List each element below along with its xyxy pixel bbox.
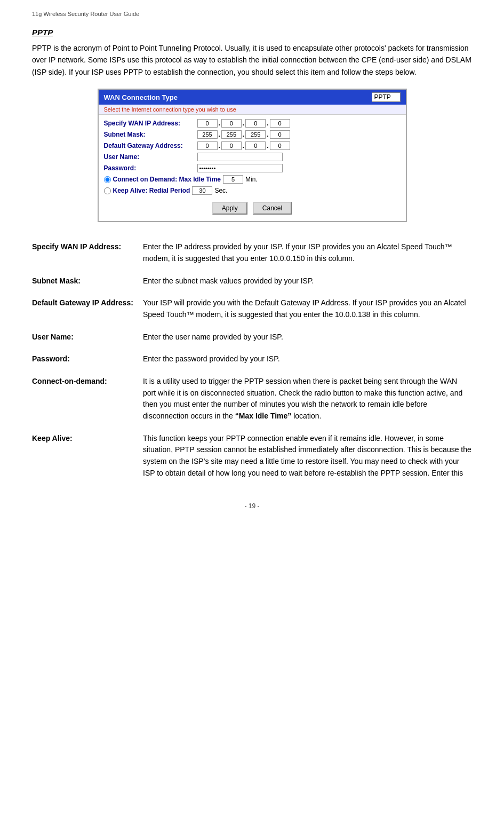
page-footer: - 19 -	[32, 502, 472, 510]
dot7: .	[219, 142, 220, 149]
desc-definition: This function keeps your PPTP connection…	[139, 430, 472, 487]
page-header: 11g Wireless Security Router User Guide	[32, 11, 472, 17]
config-box-wrapper: WAN Connection Type PPTP Select the Inte…	[32, 89, 472, 222]
keep-alive-radio[interactable]	[104, 187, 111, 194]
desc-row: Keep Alive:This function keeps your PPTP…	[32, 430, 472, 487]
config-hint: Select the Internet connection type you …	[99, 105, 406, 115]
dot8: .	[243, 142, 244, 149]
desc-row: Default Gateway IP Address:Your ISP will…	[32, 294, 472, 328]
wan-config-box: WAN Connection Type PPTP Select the Inte…	[98, 89, 407, 222]
connection-type-select[interactable]: PPTP	[372, 92, 401, 102]
wan-ip-row: Specify WAN IP Address: . . .	[104, 119, 401, 128]
desc-term: Connect-on-demand:	[32, 373, 139, 430]
keep-alive-label: Keep Alive: Redial Period	[113, 187, 190, 194]
wan-connection-type-label: WAN Connection Type	[104, 93, 178, 101]
desc-definition: It is a utility used to trigger the PPTP…	[139, 373, 472, 430]
connection-type-select-wrapper[interactable]: PPTP	[372, 92, 401, 102]
subnet-label: Subnet Mask:	[104, 131, 197, 138]
desc-term: Password:	[32, 350, 139, 373]
section-title: PPTP	[32, 28, 472, 37]
desc-row: Subnet Mask:Enter the subnet mask values…	[32, 272, 472, 295]
intro-paragraph: PPTP is the acronym of Point to Point Tu…	[32, 42, 472, 78]
connect-on-demand-row: Connect on Demand: Max Idle Time Min.	[104, 175, 401, 184]
gateway-octet4[interactable]	[270, 141, 290, 150]
dot1: .	[219, 120, 220, 127]
subnet-mask-row: Subnet Mask: . . .	[104, 130, 401, 139]
sec-unit: Sec.	[214, 187, 227, 194]
connect-on-demand-radio[interactable]	[104, 176, 111, 183]
dot5: .	[243, 131, 244, 138]
descriptions-table: Specify WAN IP Address:Enter the IP addr…	[32, 238, 472, 486]
wan-ip-label: Specify WAN IP Address:	[104, 120, 197, 127]
subnet-octet3[interactable]	[245, 130, 266, 139]
subnet-octet1[interactable]	[197, 130, 218, 139]
gateway-fields: . . .	[197, 141, 290, 150]
cancel-button[interactable]: Cancel	[253, 202, 292, 215]
username-input[interactable]	[197, 153, 283, 161]
dot4: .	[219, 131, 220, 138]
wan-ip-octet2[interactable]	[221, 119, 242, 128]
desc-term: Default Gateway IP Address:	[32, 294, 139, 328]
desc-term: Keep Alive:	[32, 430, 139, 487]
desc-term: Specify WAN IP Address:	[32, 238, 139, 272]
min-unit: Min.	[245, 176, 258, 183]
wan-ip-fields: . . .	[197, 119, 290, 128]
dot2: .	[243, 120, 244, 127]
button-row: Apply Cancel	[104, 198, 401, 217]
connect-on-demand-label: Connect on Demand: Max Idle Time	[113, 176, 221, 183]
password-label: Password:	[104, 164, 197, 172]
desc-definition: Your ISP will provide you with the Defau…	[139, 294, 472, 328]
desc-term: User Name:	[32, 328, 139, 351]
desc-term: Subnet Mask:	[32, 272, 139, 295]
password-row: Password:	[104, 164, 401, 172]
keep-alive-row: Keep Alive: Redial Period Sec.	[104, 186, 401, 195]
username-row: User Name:	[104, 153, 401, 161]
wan-ip-octet1[interactable]	[197, 119, 218, 128]
desc-definition: Enter the subnet mask values provided by…	[139, 272, 472, 295]
dot9: .	[267, 142, 268, 149]
username-label: User Name:	[104, 153, 197, 161]
desc-row: Specify WAN IP Address:Enter the IP addr…	[32, 238, 472, 272]
gateway-row: Default Gateway Address: . . .	[104, 141, 401, 150]
subnet-octet2[interactable]	[221, 130, 242, 139]
redial-period-input[interactable]	[192, 186, 212, 195]
desc-definition: Enter the IP address provided by your IS…	[139, 238, 472, 272]
subnet-fields: . . .	[197, 130, 290, 139]
gateway-octet2[interactable]	[221, 141, 242, 150]
desc-row: Password:Enter the password provided by …	[32, 350, 472, 373]
desc-definition: Enter the password provided by your ISP.	[139, 350, 472, 373]
apply-button[interactable]: Apply	[212, 202, 247, 215]
desc-definition: Enter the user name provided by your ISP…	[139, 328, 472, 351]
page-number: - 19 -	[244, 502, 259, 510]
password-input[interactable]	[197, 164, 283, 172]
desc-row: User Name:Enter the user name provided b…	[32, 328, 472, 351]
wan-ip-octet4[interactable]	[270, 119, 290, 128]
desc-row: Connect-on-demand:It is a utility used t…	[32, 373, 472, 430]
subnet-octet4[interactable]	[270, 130, 290, 139]
gateway-label: Default Gateway Address:	[104, 142, 197, 149]
header-title: 11g Wireless Security Router User Guide	[32, 11, 139, 17]
gateway-octet3[interactable]	[245, 141, 266, 150]
config-box-header: WAN Connection Type PPTP	[99, 90, 406, 105]
max-idle-time-input[interactable]	[223, 175, 243, 184]
wan-ip-octet3[interactable]	[245, 119, 266, 128]
dot6: .	[267, 131, 268, 138]
dot3: .	[267, 120, 268, 127]
config-form: Specify WAN IP Address: . . . Subnet Mas…	[99, 115, 406, 221]
gateway-octet1[interactable]	[197, 141, 218, 150]
